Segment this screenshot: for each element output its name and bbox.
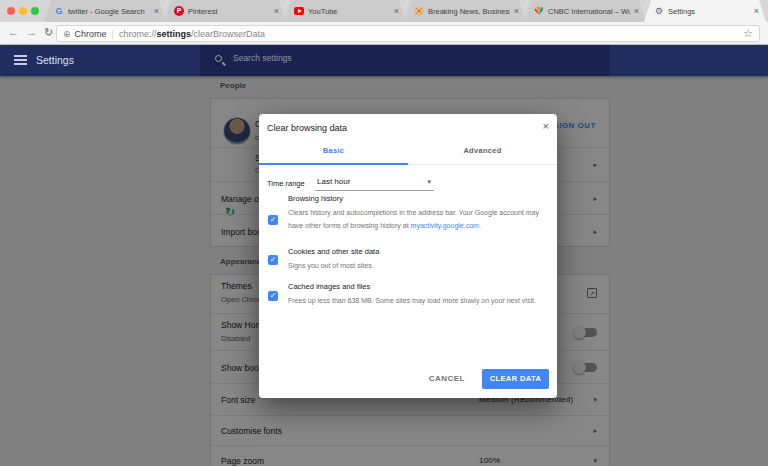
tab-basic[interactable]: Basic [259, 146, 408, 155]
address-bar[interactable]: ⊕ Chrome | chrome://settings/clearBrowse… [56, 25, 760, 42]
tab-title: YouTube [308, 7, 390, 16]
hamburger-menu-icon[interactable] [14, 55, 27, 57]
cookies-item: Cookies and other site data Signs you ou… [288, 247, 554, 272]
window-minimize-button[interactable] [19, 7, 27, 15]
tab-close-icon[interactable]: × [154, 7, 159, 16]
tab-close-icon[interactable]: × [274, 7, 279, 16]
settings-title: Settings [36, 54, 74, 66]
bookmark-star-icon[interactable]: ☆ [743, 27, 753, 40]
back-icon[interactable]: ← [8, 26, 19, 38]
tab-youtube[interactable]: YouTube × [284, 0, 406, 22]
item-description: Clears history and autocompletions in th… [288, 206, 554, 232]
item-title: Browsing history [288, 194, 554, 204]
tab-title: Settings [668, 7, 750, 16]
active-tab-underline [259, 163, 408, 165]
settings-search-box[interactable] [200, 45, 610, 76]
item-description: Frees up less than 638 MB. Some sites ma… [288, 294, 554, 307]
item-title: Cookies and other site data [288, 247, 554, 257]
url-path: /clearBrowserData [191, 29, 265, 39]
tab-close-icon[interactable]: × [634, 7, 639, 16]
url-host: settings [156, 29, 191, 39]
dropdown-arrow-icon: ▾ [427, 178, 431, 186]
settings-content: People C c SIGN OUT ↻ Sync On ▸ Manage o… [0, 76, 768, 466]
page-info-icon[interactable]: ⊕ [63, 29, 71, 39]
tab-advanced[interactable]: Advanced [408, 146, 557, 155]
close-icon[interactable]: × [543, 120, 549, 132]
time-range-label: Time range [267, 179, 305, 188]
window-close-button[interactable] [7, 7, 15, 15]
breaking-news-favicon [414, 6, 424, 16]
tab-title: Breaking News, Business [428, 7, 510, 16]
tab-title: twitter - Google Search [68, 7, 150, 16]
browsing-history-item: Browsing history Clears history and auto… [288, 194, 554, 232]
forward-icon[interactable]: → [26, 26, 37, 38]
youtube-favicon [294, 6, 304, 16]
google-favicon: G [54, 6, 64, 16]
tab-title: Pinterest [188, 7, 270, 16]
cancel-button[interactable]: CANCEL [429, 374, 465, 383]
item-description: Signs you out of most sites. [288, 259, 554, 272]
item-title: Cached images and files [288, 282, 554, 292]
settings-gear-favicon: ⚙ [654, 6, 664, 16]
cached-images-item: Cached images and files Frees up less th… [288, 282, 554, 307]
search-icon [215, 55, 222, 62]
reload-icon[interactable]: ↻ [44, 26, 53, 39]
tab-list: G twitter - Google Search × P Pinterest … [44, 0, 768, 22]
cached-images-checkbox-checked[interactable]: ✓ [268, 291, 278, 301]
tab-twitter-google-search[interactable]: G twitter - Google Search × [44, 0, 166, 22]
tab-cnbc[interactable]: CNBC International – Wor × [524, 0, 646, 22]
cnbc-favicon [534, 6, 544, 16]
tab-title: CNBC International – Wor [548, 7, 630, 16]
browser-toolbar: ← → ↻ ⊕ Chrome | chrome://settings/clear… [0, 22, 768, 45]
tab-close-icon[interactable]: × [514, 7, 519, 16]
cookies-checkbox-checked[interactable]: ✓ [268, 255, 278, 265]
clear-browsing-data-dialog: Clear browsing data × Basic Advanced Tim… [259, 114, 557, 398]
myactivity-link[interactable]: myactivity.google.com [411, 222, 479, 229]
url-separator: | [112, 29, 114, 39]
dialog-title: Clear browsing data [267, 123, 347, 133]
browsing-history-checkbox-checked[interactable]: ✓ [268, 215, 278, 225]
site-label: Chrome [75, 29, 107, 39]
window-zoom-button[interactable] [31, 7, 39, 15]
tab-strip: G twitter - Google Search × P Pinterest … [0, 0, 768, 22]
tab-close-icon[interactable]: × [394, 7, 399, 16]
settings-header: Settings [0, 45, 768, 76]
tab-pinterest[interactable]: P Pinterest × [164, 0, 286, 22]
settings-search-input[interactable] [233, 53, 593, 63]
tab-close-icon[interactable]: × [754, 7, 759, 16]
time-range-select[interactable]: Last hour ▾ [315, 172, 434, 191]
tab-breaking-news[interactable]: Breaking News, Business × [404, 0, 526, 22]
clear-data-button[interactable]: CLEAR DATA [482, 369, 549, 389]
tab-settings-active[interactable]: ⚙ Settings × [644, 0, 766, 22]
pinterest-favicon: P [174, 6, 184, 16]
description-text: . [479, 222, 481, 229]
url-scheme: chrome:// [119, 29, 157, 39]
time-range-value: Last hour [317, 177, 350, 186]
